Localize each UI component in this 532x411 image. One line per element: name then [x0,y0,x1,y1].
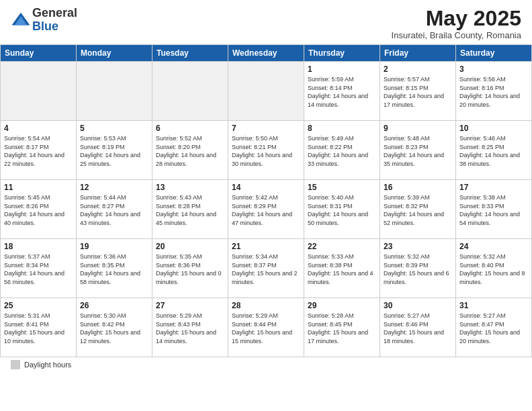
day-number: 20 [156,242,224,251]
day-info: Sunrise: 5:45 AMSunset: 8:26 PMDaylight:… [4,193,73,227]
calendar-cell: 17Sunrise: 5:38 AMSunset: 8:33 PMDayligh… [456,180,532,239]
calendar-header-row: Sunday Monday Tuesday Wednesday Thursday… [1,45,532,62]
title-section: May 2025 Insuratei, Braila County, Roman… [392,7,521,40]
calendar-cell: 7Sunrise: 5:50 AMSunset: 8:21 PMDaylight… [228,121,304,180]
day-info: Sunrise: 5:52 AMSunset: 8:20 PMDaylight:… [156,134,224,168]
day-info: Sunrise: 5:29 AMSunset: 8:44 PMDaylight:… [232,312,300,345]
calendar-week-4: 18Sunrise: 5:37 AMSunset: 8:34 PMDayligh… [1,239,532,298]
day-info: Sunrise: 5:32 AMSunset: 8:40 PMDaylight:… [459,253,528,286]
col-wednesday: Wednesday [228,45,304,62]
calendar-week-3: 11Sunrise: 5:45 AMSunset: 8:26 PMDayligh… [1,180,532,239]
calendar-cell: 12Sunrise: 5:44 AMSunset: 8:27 PMDayligh… [77,180,152,239]
day-info: Sunrise: 5:29 AMSunset: 8:43 PMDaylight:… [156,312,224,345]
day-info: Sunrise: 5:59 AMSunset: 8:14 PMDaylight:… [308,75,376,109]
day-number: 15 [308,183,376,192]
day-info: Sunrise: 5:37 AMSunset: 8:34 PMDaylight:… [4,253,73,286]
col-monday: Monday [77,45,152,62]
day-info: Sunrise: 5:35 AMSunset: 8:36 PMDaylight:… [156,253,224,286]
calendar-cell: 14Sunrise: 5:42 AMSunset: 8:29 PMDayligh… [228,180,304,239]
day-number: 14 [232,183,300,192]
calendar-cell [1,62,77,121]
day-info: Sunrise: 5:48 AMSunset: 8:23 PMDaylight:… [384,134,452,168]
calendar-cell: 24Sunrise: 5:32 AMSunset: 8:40 PMDayligh… [456,239,532,298]
day-info: Sunrise: 5:33 AMSunset: 8:38 PMDaylight:… [308,253,376,286]
day-number: 5 [80,124,148,133]
day-info: Sunrise: 5:28 AMSunset: 8:45 PMDaylight:… [308,312,376,345]
col-saturday: Saturday [456,45,532,62]
day-info: Sunrise: 5:42 AMSunset: 8:29 PMDaylight:… [232,193,300,227]
calendar-cell: 20Sunrise: 5:35 AMSunset: 8:36 PMDayligh… [152,239,228,298]
day-number: 27 [156,301,224,310]
day-info: Sunrise: 5:56 AMSunset: 8:16 PMDaylight:… [459,75,528,109]
calendar-cell: 6Sunrise: 5:52 AMSunset: 8:20 PMDaylight… [152,121,228,180]
day-info: Sunrise: 5:53 AMSunset: 8:19 PMDaylight:… [80,134,148,168]
day-number: 9 [384,124,452,133]
calendar-cell: 21Sunrise: 5:34 AMSunset: 8:37 PMDayligh… [228,239,304,298]
calendar-cell: 3Sunrise: 5:56 AMSunset: 8:16 PMDaylight… [456,62,532,121]
day-info: Sunrise: 5:36 AMSunset: 8:35 PMDaylight:… [80,253,148,286]
day-info: Sunrise: 5:27 AMSunset: 8:46 PMDaylight:… [384,312,452,345]
day-info: Sunrise: 5:30 AMSunset: 8:42 PMDaylight:… [80,312,148,345]
day-info: Sunrise: 5:34 AMSunset: 8:37 PMDaylight:… [232,253,300,286]
day-number: 6 [156,124,224,133]
calendar-cell: 31Sunrise: 5:27 AMSunset: 8:47 PMDayligh… [456,298,532,357]
logo-icon [11,10,31,30]
day-number: 25 [4,301,73,310]
calendar-cell: 9Sunrise: 5:48 AMSunset: 8:23 PMDaylight… [380,121,456,180]
day-number: 12 [80,183,148,192]
day-number: 18 [4,242,73,251]
calendar-cell: 4Sunrise: 5:54 AMSunset: 8:17 PMDaylight… [1,121,77,180]
day-number: 24 [459,242,528,251]
day-number: 3 [459,64,528,74]
header: General Blue May 2025 Insuratei, Braila … [0,0,532,44]
calendar: Sunday Monday Tuesday Wednesday Thursday… [0,44,532,357]
month-year: May 2025 [392,7,521,30]
day-number: 29 [308,301,376,310]
calendar-cell: 13Sunrise: 5:43 AMSunset: 8:28 PMDayligh… [152,180,228,239]
day-number: 7 [232,124,300,133]
day-number: 16 [384,183,452,192]
day-number: 26 [80,301,148,310]
col-thursday: Thursday [304,45,380,62]
day-info: Sunrise: 5:32 AMSunset: 8:39 PMDaylight:… [384,253,452,286]
day-info: Sunrise: 5:39 AMSunset: 8:32 PMDaylight:… [384,193,452,227]
day-info: Sunrise: 5:57 AMSunset: 8:15 PMDaylight:… [384,75,452,109]
day-number: 2 [384,64,452,74]
day-number: 19 [80,242,148,251]
calendar-cell: 19Sunrise: 5:36 AMSunset: 8:35 PMDayligh… [77,239,152,298]
daylight-label: Daylight hours [24,361,71,369]
logo: General Blue [11,7,77,34]
col-sunday: Sunday [1,45,77,62]
calendar-cell [152,62,228,121]
day-info: Sunrise: 5:27 AMSunset: 8:47 PMDaylight:… [459,312,528,345]
day-number: 31 [459,301,528,310]
calendar-cell: 18Sunrise: 5:37 AMSunset: 8:34 PMDayligh… [1,239,77,298]
daylight-box-icon [11,360,20,369]
calendar-cell: 22Sunrise: 5:33 AMSunset: 8:38 PMDayligh… [304,239,380,298]
day-number: 30 [384,301,452,310]
calendar-cell: 23Sunrise: 5:32 AMSunset: 8:39 PMDayligh… [380,239,456,298]
calendar-cell: 30Sunrise: 5:27 AMSunset: 8:46 PMDayligh… [380,298,456,357]
calendar-cell: 2Sunrise: 5:57 AMSunset: 8:15 PMDaylight… [380,62,456,121]
day-number: 13 [156,183,224,192]
day-info: Sunrise: 5:49 AMSunset: 8:22 PMDaylight:… [308,134,376,168]
calendar-week-2: 4Sunrise: 5:54 AMSunset: 8:17 PMDaylight… [1,121,532,180]
day-number: 10 [459,124,528,133]
day-number: 11 [4,183,73,192]
logo-blue-text: Blue [32,20,77,34]
logo-general-text: General [32,7,77,20]
day-info: Sunrise: 5:50 AMSunset: 8:21 PMDaylight:… [232,134,300,168]
day-info: Sunrise: 5:38 AMSunset: 8:33 PMDaylight:… [459,193,528,227]
day-number: 21 [232,242,300,251]
day-number: 17 [459,183,528,192]
calendar-cell [228,62,304,121]
col-friday: Friday [380,45,456,62]
day-info: Sunrise: 5:31 AMSunset: 8:41 PMDaylight:… [4,312,73,345]
calendar-cell: 26Sunrise: 5:30 AMSunset: 8:42 PMDayligh… [77,298,152,357]
day-info: Sunrise: 5:43 AMSunset: 8:28 PMDaylight:… [156,193,224,227]
calendar-cell: 29Sunrise: 5:28 AMSunset: 8:45 PMDayligh… [304,298,380,357]
col-tuesday: Tuesday [152,45,228,62]
day-info: Sunrise: 5:40 AMSunset: 8:31 PMDaylight:… [308,193,376,227]
calendar-cell: 16Sunrise: 5:39 AMSunset: 8:32 PMDayligh… [380,180,456,239]
calendar-cell: 27Sunrise: 5:29 AMSunset: 8:43 PMDayligh… [152,298,228,357]
